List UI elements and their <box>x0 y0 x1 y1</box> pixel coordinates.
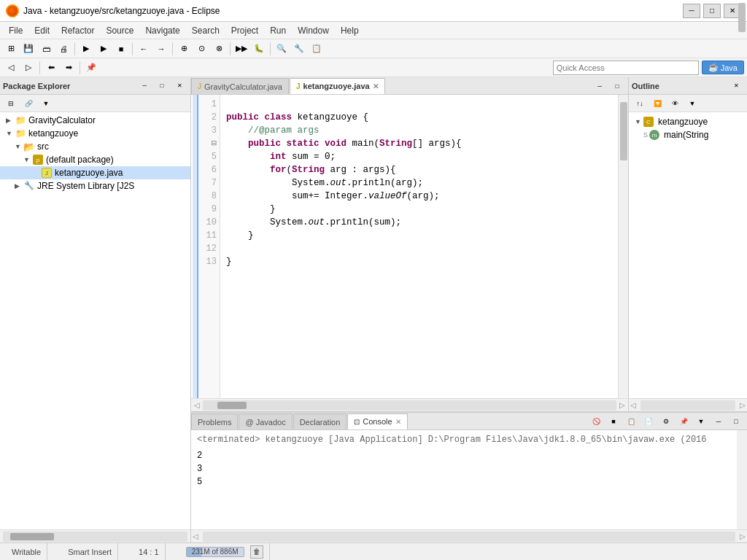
outline-method-item[interactable]: S m main(String <box>632 128 744 141</box>
menu-help[interactable]: Help <box>335 24 365 37</box>
tree-item-ketang[interactable]: ▼ 📁 ketangzuoye <box>0 127 190 140</box>
console-vertical-scrollbar[interactable] <box>737 430 747 529</box>
toolbar-btn-a[interactable]: ⊕ <box>176 41 192 57</box>
run-button[interactable]: ▶ <box>96 41 112 57</box>
debug-button[interactable]: ▶ <box>78 41 94 57</box>
pe-link-button[interactable]: 🔗 <box>20 96 36 112</box>
tab-console[interactable]: ⊡ Console ✕ <box>347 413 407 429</box>
pe-close-button[interactable]: ✕ <box>171 78 187 94</box>
editor-minimize-btn[interactable]: ─ <box>592 78 608 94</box>
toolbar-btn-c[interactable]: ⊗ <box>211 41 227 57</box>
console-menu-btn[interactable]: ▼ <box>693 413 709 429</box>
pe-collapse-button[interactable]: ⊟ <box>3 96 19 112</box>
console-options-btn[interactable]: ⚙ <box>658 413 674 429</box>
console-pin-btn[interactable]: 📌 <box>676 413 692 429</box>
console-tab-close[interactable]: ✕ <box>395 418 401 426</box>
console-paste-btn[interactable]: 📄 <box>640 413 657 429</box>
scroll-arrow-left[interactable]: ◁ <box>194 401 200 409</box>
outline-filter-btn[interactable]: 🔽 <box>649 96 665 112</box>
tab-problems[interactable]: Problems <box>191 413 238 429</box>
menu-edit[interactable]: Edit <box>28 24 55 37</box>
package-explorer-title: Package Explorer <box>3 82 70 90</box>
outline-class-item[interactable]: ▼ C ketangzuoye <box>632 115 744 128</box>
package-explorer-bottom <box>0 529 190 542</box>
outline-horizontal-scrollbar[interactable] <box>640 400 735 411</box>
scroll-arrow-right[interactable]: ▷ <box>619 401 625 409</box>
fwd-button[interactable]: → <box>153 41 169 57</box>
menu-source[interactable]: Source <box>100 24 139 37</box>
pe-menu-button[interactable]: ▼ <box>38 96 54 112</box>
pin-button[interactable]: 📌 <box>83 60 99 76</box>
menu-refactor[interactable]: Refactor <box>55 24 100 37</box>
status-memory: 231M of 886M 🗑 <box>180 543 270 560</box>
fwd-nav-button[interactable]: ➡ <box>61 60 77 76</box>
next-edit-button[interactable]: ▷ <box>20 60 36 76</box>
expand-arrow-jre: ▶ <box>15 182 23 190</box>
toolbar-sep-5 <box>270 42 271 55</box>
tab-close-button[interactable]: ✕ <box>373 82 379 90</box>
save-button[interactable]: 💾 <box>20 41 36 57</box>
debug-last-button[interactable]: 🐛 <box>251 41 267 57</box>
tree-item-src[interactable]: ▼ 📂 src <box>0 140 190 153</box>
expand-arrow: ▶ <box>6 117 15 124</box>
menu-run[interactable]: Run <box>264 24 292 37</box>
console-h-scroll-left[interactable]: ◁ <box>191 532 200 540</box>
pe-minimize-button[interactable]: ─ <box>136 78 152 94</box>
outline-sort-btn[interactable]: ↑↓ <box>632 96 648 112</box>
run-last-button[interactable]: ▶▶ <box>233 41 249 57</box>
tree-item-jre[interactable]: ▶ 🔧 JRE System Library [J2S <box>0 179 190 192</box>
toolbar-sep-4 <box>230 42 231 55</box>
console-copy-btn[interactable]: 📋 <box>623 413 639 429</box>
console-horizontal-scrollbar[interactable] <box>203 532 735 542</box>
toolbar-btn-d[interactable]: 🔍 <box>274 41 290 57</box>
editor-maximize-btn[interactable]: □ <box>609 78 625 94</box>
outline-hide-fields-btn[interactable]: 👁 <box>667 96 683 112</box>
menu-file[interactable]: File <box>3 24 28 37</box>
perspective-java-button[interactable]: ☕ Java <box>702 61 744 74</box>
back-nav-button[interactable]: ⬅ <box>43 60 59 76</box>
tree-item-gravity[interactable]: ▶ 📁 GravityCalculator <box>0 114 190 127</box>
print-button[interactable]: 🖨 <box>55 41 71 57</box>
maximize-button[interactable]: □ <box>703 4 721 18</box>
back-button[interactable]: ← <box>136 41 152 57</box>
main-area: Package Explorer ─ □ ✕ ⊟ 🔗 ▼ ▶ 📁 Gravity… <box>0 77 747 542</box>
tab-declaration[interactable]: Declaration <box>293 413 347 429</box>
menu-search[interactable]: Search <box>186 24 225 37</box>
tree-item-java-file[interactable]: ▶ J ketangzuoye.java <box>0 166 190 179</box>
outline-arrow-left[interactable]: ◁ <box>629 401 638 409</box>
console-clear-btn[interactable]: 🚫 <box>588 413 604 429</box>
outline-arrow-right[interactable]: ▷ <box>738 401 747 409</box>
outline-close-btn[interactable]: ✕ <box>728 78 744 94</box>
menu-window[interactable]: Window <box>292 24 335 37</box>
menu-navigate[interactable]: Navigate <box>139 24 185 37</box>
console-minimize-btn[interactable]: ─ <box>711 413 727 429</box>
toolbar-btn-f[interactable]: 📋 <box>309 41 325 57</box>
toolbar-btn-b[interactable]: ⊙ <box>193 41 209 57</box>
menu-project[interactable]: Project <box>225 24 264 37</box>
tab-javadoc[interactable]: @ Javadoc <box>239 413 292 429</box>
editor-vertical-scrollbar[interactable] <box>618 95 628 398</box>
console-stop-btn[interactable]: ■ <box>605 413 622 429</box>
pe-maximize-button[interactable]: □ <box>154 78 170 94</box>
gc-button[interactable]: 🗑 <box>250 545 263 559</box>
tab-ketangzuoye[interactable]: J ketangzuoye.java ✕ <box>290 78 385 94</box>
editor-scroll-thumb[interactable] <box>620 102 627 160</box>
code-editor[interactable]: public class ketangzuoye { //@param args… <box>220 95 618 398</box>
toolbar-btn-e[interactable]: 🔧 <box>291 41 307 57</box>
tree-item-default-pkg[interactable]: ▼ p (default package) <box>0 153 190 166</box>
outline-menu-btn[interactable]: ▼ <box>684 96 700 112</box>
stop-button[interactable]: ■ <box>113 41 129 57</box>
editor-tab-controls: ─ □ <box>589 78 628 94</box>
pe-horizontal-scrollbar[interactable] <box>3 532 187 542</box>
tab-gravity-calculator[interactable]: J GravityCalculator.java <box>191 78 289 94</box>
console-maximize-btn[interactable]: □ <box>728 413 744 429</box>
prev-edit-button[interactable]: ◁ <box>3 60 19 76</box>
editor-h-scroll-thumb[interactable] <box>217 402 247 409</box>
pe-scrollbar-thumb[interactable] <box>10 533 54 540</box>
quick-access-input[interactable] <box>553 61 699 75</box>
minimize-button[interactable]: ─ <box>683 4 700 18</box>
editor-horizontal-scrollbar[interactable] <box>203 400 616 411</box>
new-button[interactable]: ⊞ <box>3 41 19 57</box>
console-h-scroll-right[interactable]: ▷ <box>738 532 747 540</box>
save-all-button[interactable]: 🗃 <box>38 41 54 57</box>
